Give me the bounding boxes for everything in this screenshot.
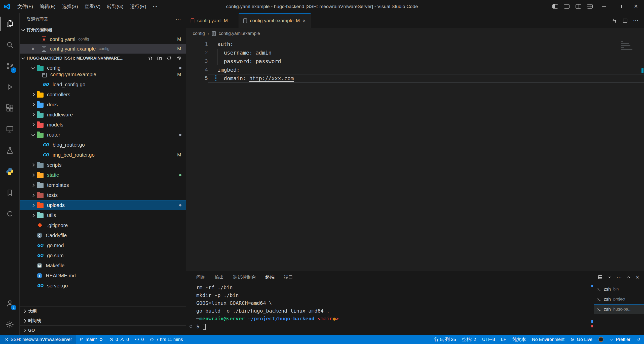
minimap[interactable] xyxy=(621,41,639,51)
tree-item-utils[interactable]: utils xyxy=(20,210,186,220)
indentation[interactable]: 空格: 2 xyxy=(459,335,479,344)
menu-item-0[interactable]: 文件(F) xyxy=(14,0,36,13)
panel-tab-端口[interactable]: 端口 xyxy=(284,271,293,283)
prettier-indicator[interactable]: Prettier xyxy=(607,335,633,344)
menu-item-3[interactable]: 查看(V) xyxy=(81,0,104,13)
close-icon[interactable]: ✕ xyxy=(301,18,307,23)
encoding[interactable]: UTF-8 xyxy=(479,335,498,344)
tree-item-scripts[interactable]: scripts xyxy=(20,160,186,170)
terminal-scrollbar[interactable] xyxy=(591,283,594,335)
open-editor-config.yaml[interactable]: config.yaml config M xyxy=(20,34,186,44)
remote-indicator[interactable]: SSH: meowrainVmwareServer xyxy=(0,335,76,344)
eol-selector[interactable]: LF xyxy=(498,335,509,344)
tab-config.yaml[interactable]: config.yaml M xyxy=(186,13,239,28)
language-mode[interactable]: 纯文本 xyxy=(509,335,529,344)
split-editor-icon[interactable] xyxy=(622,18,628,23)
menu-item-5[interactable]: 运行(R) xyxy=(127,0,149,13)
activity-search-icon[interactable] xyxy=(0,34,19,55)
overview-ruler[interactable] xyxy=(641,39,644,271)
activity-settings-icon[interactable] xyxy=(0,314,19,335)
panel-more-actions-icon[interactable]: ⋯ xyxy=(616,274,622,280)
toggle-sidebar-icon[interactable] xyxy=(549,0,561,13)
extension-status[interactable] xyxy=(595,335,607,344)
problems-indicator[interactable]: 0 0 xyxy=(106,335,132,344)
branch-indicator[interactable]: main* xyxy=(76,335,106,344)
command-decoration-icon[interactable] xyxy=(190,325,192,328)
project-root-header[interactable]: HUGO-BACKEND [SSH: MEOWRAINVMWARE... xyxy=(20,54,186,63)
tree-item-docs[interactable]: docs xyxy=(20,100,186,110)
tree-item-go.sum[interactable]: GO go.sum xyxy=(20,250,186,261)
menu-item-1[interactable]: 编辑(E) xyxy=(36,0,59,13)
panel-tab-输出[interactable]: 输出 xyxy=(215,271,224,283)
wakatime-indicator[interactable]: 7 hrs 11 mins xyxy=(147,335,186,344)
breadcrumb-folder[interactable]: config xyxy=(193,31,205,36)
pane-时间线[interactable]: 时间线 xyxy=(20,316,186,325)
terminal-instance-hugo-ba...[interactable]: zshhugo-ba... xyxy=(594,304,644,314)
open-editor-config.yaml.example[interactable]: ✕ config.yaml.example config M xyxy=(20,44,186,54)
terminal-profile-dropdown-icon[interactable] xyxy=(607,275,612,279)
tree-item-models[interactable]: models xyxy=(20,120,186,130)
tree-item-uploads[interactable]: uploads xyxy=(20,200,186,210)
activity-run-debug-icon[interactable] xyxy=(0,76,19,98)
editor-link[interactable]: http://xxx.com xyxy=(249,75,294,81)
editor[interactable]: 1 auth: 2 username: admin 3 password: pa… xyxy=(186,39,644,271)
activity-accounts-icon[interactable]: 1 xyxy=(0,293,19,314)
terminal-instance-bin[interactable]: zshbin xyxy=(594,284,644,294)
sidebar-more-actions-icon[interactable]: ⋯ xyxy=(175,16,181,22)
new-file-icon[interactable] xyxy=(146,54,154,63)
menu-item-2[interactable]: 选择(S) xyxy=(59,0,81,13)
panel-maximize-icon[interactable] xyxy=(626,275,631,279)
panel-close-icon[interactable]: ✕ xyxy=(635,274,639,280)
activity-c-extension-icon[interactable] xyxy=(0,203,19,224)
tree-item-static[interactable]: static xyxy=(20,170,186,180)
tree-item-config[interactable]: config xyxy=(20,63,186,73)
open-changes-icon[interactable] xyxy=(612,18,617,23)
panel-layout-icon[interactable] xyxy=(598,275,603,280)
ports-indicator[interactable]: 0 xyxy=(132,335,147,344)
open-editors-header[interactable]: 打开的编辑器 xyxy=(20,25,186,34)
breadcrumb-file[interactable]: config.yaml.example xyxy=(219,31,260,36)
tree-item-Makefile[interactable]: M Makefile xyxy=(20,261,186,271)
tree-item-.gitignore[interactable]: .gitignore xyxy=(20,220,186,230)
activity-python-icon[interactable] xyxy=(0,161,19,182)
tree-item-server.go[interactable]: GO server.go xyxy=(20,281,186,291)
editor-line-1[interactable]: 1 auth: xyxy=(186,40,644,49)
toggle-secondary-sidebar-icon[interactable] xyxy=(573,0,584,13)
terminal-instance-project[interactable]: zshproject xyxy=(594,294,644,304)
tree-item-controllers[interactable]: controllers xyxy=(20,90,186,100)
close-icon[interactable]: ✕ xyxy=(31,46,35,52)
tree-item-Caddyfile[interactable]: C Caddyfile xyxy=(20,230,186,240)
collapse-folders-icon[interactable] xyxy=(174,54,183,63)
tree-item-blog_router.go[interactable]: GO blog_router.go xyxy=(20,140,186,150)
tree-item-config.yaml.example[interactable]: config.yaml.example M xyxy=(20,73,186,79)
python-environment[interactable]: No Environment xyxy=(529,335,567,344)
activity-bookmarks-icon[interactable] xyxy=(0,182,19,203)
terminal-input-line[interactable]: $ xyxy=(196,323,591,330)
tree-item-templates[interactable]: templates xyxy=(20,180,186,190)
refresh-explorer-icon[interactable] xyxy=(165,54,173,63)
panel-tab-问题[interactable]: 问题 xyxy=(196,271,206,283)
cursor-position[interactable]: 行 5, 列 25 xyxy=(431,335,459,344)
terminal[interactable]: rm -rf ./binmkdir -p ./binGOOS=linux GOA… xyxy=(186,283,591,335)
tree-item-load_config.go[interactable]: GO load_config.go xyxy=(20,79,186,90)
tree-item-README.md[interactable]: i README.md xyxy=(20,271,186,281)
customize-layout-icon[interactable] xyxy=(584,0,596,13)
tree-item-router[interactable]: router xyxy=(20,130,186,140)
minimize-button[interactable] xyxy=(596,0,612,13)
pane-GO[interactable]: GO xyxy=(20,325,186,335)
editor-line-5[interactable]: 5 domain: http://xxx.com xyxy=(186,74,644,83)
activity-source-control-icon[interactable]: 4 xyxy=(0,55,19,76)
panel-tab-终端[interactable]: 终端 xyxy=(266,271,275,283)
panel-tab-调试控制台[interactable]: 调试控制台 xyxy=(233,271,256,283)
new-folder-icon[interactable] xyxy=(155,54,164,63)
notifications-bell[interactable] xyxy=(633,335,644,344)
editor-line-3[interactable]: 3 password: password xyxy=(186,57,644,66)
activity-explorer-icon[interactable] xyxy=(0,13,19,34)
tab-config.yaml.example[interactable]: config.yaml.example M ✕ xyxy=(239,13,311,28)
activity-extensions-icon[interactable] xyxy=(0,98,19,119)
pane-大纲[interactable]: 大纲 xyxy=(20,306,186,316)
close-button[interactable]: ✕ xyxy=(628,0,644,13)
tree-item-img_bed_router.go[interactable]: GO img_bed_router.go M xyxy=(20,150,186,160)
toggle-panel-icon[interactable] xyxy=(561,0,573,13)
tree-item-tests[interactable]: tests xyxy=(20,190,186,200)
